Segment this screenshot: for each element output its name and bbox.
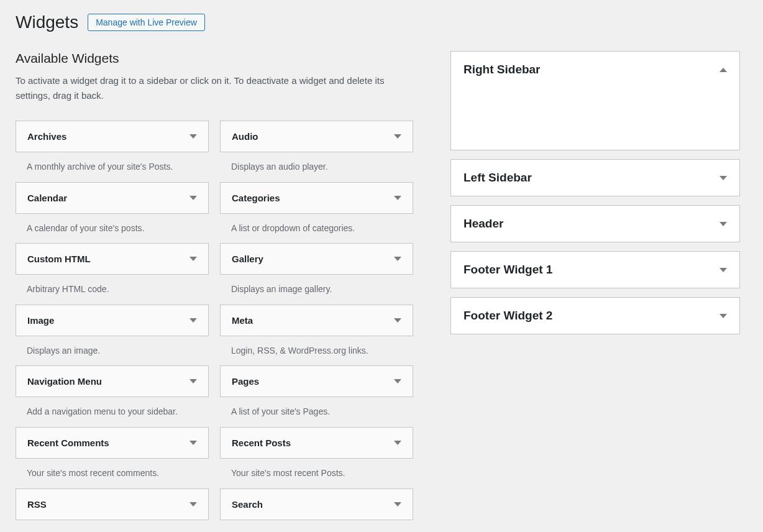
widget-pages[interactable]: Pages <box>220 365 413 397</box>
widget-audio[interactable]: Audio <box>220 121 413 152</box>
page-header: Widgets Manage with Live Preview <box>16 12 747 32</box>
available-widgets-title: Available Widgets <box>16 51 413 66</box>
main-layout: Available Widgets To activate a widget d… <box>16 51 747 529</box>
sidebar-areas-column: Right Sidebar Left Sidebar Header Footer… <box>450 51 740 529</box>
chevron-down-icon <box>720 176 727 180</box>
widget-name: Archives <box>27 131 66 142</box>
widget-name: Meta <box>232 315 253 326</box>
chevron-down-icon <box>190 318 197 323</box>
sidebar-dropzone[interactable] <box>451 88 739 150</box>
widget-name: Search <box>232 499 263 510</box>
widget-name: Categories <box>232 193 280 203</box>
widget-recent-posts[interactable]: Recent Posts <box>220 427 413 459</box>
page-title: Widgets <box>16 12 78 32</box>
available-widgets-column: Available Widgets To activate a widget d… <box>16 51 413 529</box>
chevron-down-icon <box>394 318 401 323</box>
sidebar-area-footer-widget-2: Footer Widget 2 <box>450 297 740 334</box>
widget-name: Audio <box>232 131 258 142</box>
widget-name: Recent Posts <box>232 438 291 448</box>
widget-item: Custom HTML Arbitrary HTML code. <box>16 243 209 296</box>
widget-item: Archives A monthly archive of your site'… <box>16 121 209 173</box>
widget-item: Pages A list of your site's Pages. <box>220 365 413 418</box>
widget-item: Gallery Displays an image gallery. <box>220 243 413 296</box>
widget-rss[interactable]: RSS <box>16 488 209 520</box>
widget-gallery[interactable]: Gallery <box>220 243 413 275</box>
widget-name: Image <box>27 315 54 326</box>
sidebar-header[interactable]: Footer Widget 2 <box>451 298 739 334</box>
widgets-grid: Archives A monthly archive of your site'… <box>16 121 413 529</box>
chevron-down-icon <box>190 502 197 507</box>
widget-name: Recent Comments <box>27 438 109 448</box>
widget-item: Meta Login, RSS, & WordPress.org links. <box>220 305 413 357</box>
widget-image[interactable]: Image <box>16 305 209 336</box>
sidebar-area-header: Header <box>450 205 740 242</box>
chevron-down-icon <box>190 134 197 139</box>
available-widgets-description: To activate a widget drag it to a sideba… <box>16 73 413 103</box>
chevron-down-icon <box>190 257 197 261</box>
widget-name: RSS <box>27 499 47 510</box>
widget-categories[interactable]: Categories <box>220 182 413 214</box>
widget-name: Navigation Menu <box>27 376 102 387</box>
widget-item: Navigation Menu Add a navigation menu to… <box>16 365 209 418</box>
sidebar-header[interactable]: Left Sidebar <box>451 160 739 196</box>
widget-name: Pages <box>232 376 259 387</box>
widget-item: Search <box>220 488 413 520</box>
sidebar-area-right-sidebar: Right Sidebar <box>450 51 740 150</box>
chevron-down-icon <box>394 134 401 139</box>
widget-meta[interactable]: Meta <box>220 305 413 336</box>
widget-description: A monthly archive of your site's Posts. <box>16 152 209 173</box>
manage-live-preview-button[interactable]: Manage with Live Preview <box>88 14 205 31</box>
widget-calendar[interactable]: Calendar <box>16 182 209 214</box>
chevron-down-icon <box>720 222 727 226</box>
chevron-down-icon <box>394 441 401 445</box>
chevron-down-icon <box>394 257 401 261</box>
widget-item: Audio Displays an audio player. <box>220 121 413 173</box>
widget-description: Displays an image. <box>16 336 209 357</box>
widget-item: Recent Posts Your site's most recent Pos… <box>220 427 413 480</box>
widget-recent-comments[interactable]: Recent Comments <box>16 427 209 459</box>
chevron-down-icon <box>190 441 197 445</box>
widget-name: Gallery <box>232 254 263 264</box>
widget-description: Displays an audio player. <box>220 152 413 173</box>
chevron-down-icon <box>720 268 727 272</box>
widget-item: RSS <box>16 488 209 520</box>
widget-description: Displays an image gallery. <box>220 275 413 296</box>
widget-item: Categories A list or dropdown of categor… <box>220 182 413 235</box>
sidebar-title: Footer Widget 1 <box>464 263 552 277</box>
sidebar-header[interactable]: Footer Widget 1 <box>451 252 739 288</box>
widget-search[interactable]: Search <box>220 488 413 520</box>
widget-description: Login, RSS, & WordPress.org links. <box>220 336 413 357</box>
widget-name: Custom HTML <box>27 254 91 264</box>
chevron-down-icon <box>394 502 401 507</box>
widget-description: Your site's most recent Posts. <box>220 459 413 480</box>
sidebar-area-footer-widget-1: Footer Widget 1 <box>450 251 740 288</box>
widget-name: Calendar <box>27 193 67 203</box>
chevron-down-icon <box>720 314 727 318</box>
sidebar-title: Right Sidebar <box>464 63 541 76</box>
widget-description: Arbitrary HTML code. <box>16 275 209 296</box>
widget-navigation-menu[interactable]: Navigation Menu <box>16 365 209 397</box>
widget-description: Add a navigation menu to your sidebar. <box>16 397 209 418</box>
widget-archives[interactable]: Archives <box>16 121 209 152</box>
widget-description: A list of your site's Pages. <box>220 397 413 418</box>
sidebar-header[interactable]: Header <box>451 206 739 242</box>
sidebar-title: Left Sidebar <box>464 171 532 185</box>
chevron-down-icon <box>190 379 197 383</box>
widget-item: Recent Comments Your site's most recent … <box>16 427 209 480</box>
widget-description: A list or dropdown of categories. <box>220 214 413 235</box>
sidebar-area-left-sidebar: Left Sidebar <box>450 159 740 196</box>
widget-item: Image Displays an image. <box>16 305 209 357</box>
widget-item: Calendar A calendar of your site's posts… <box>16 182 209 235</box>
sidebar-title: Header <box>464 217 503 231</box>
chevron-up-icon <box>720 68 727 72</box>
widget-description: Your site's most recent comments. <box>16 459 209 480</box>
sidebar-title: Footer Widget 2 <box>464 309 552 323</box>
chevron-down-icon <box>190 196 197 200</box>
chevron-down-icon <box>394 196 401 200</box>
widget-description: A calendar of your site's posts. <box>16 214 209 235</box>
sidebar-header[interactable]: Right Sidebar <box>451 52 739 88</box>
chevron-down-icon <box>394 379 401 383</box>
widget-custom-html[interactable]: Custom HTML <box>16 243 209 275</box>
